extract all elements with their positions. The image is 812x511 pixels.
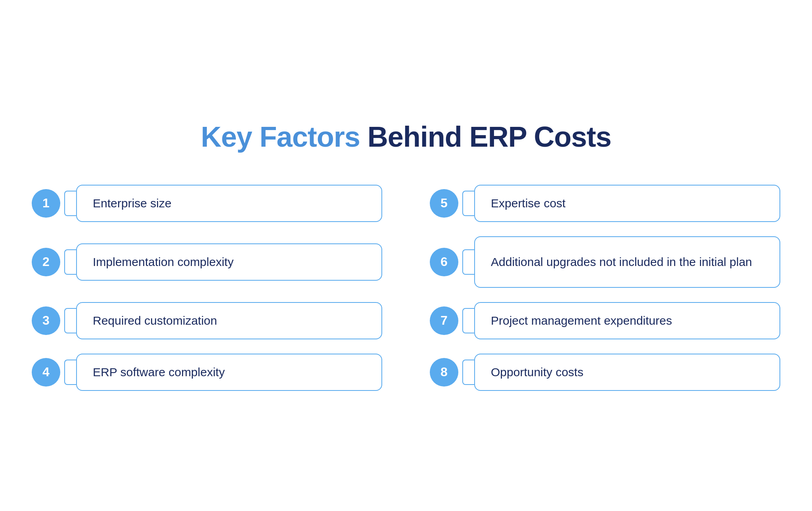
item-box-2: Implementation complexity <box>76 243 382 281</box>
list-item-7: 7Project management expenditures <box>430 302 780 339</box>
page-title: Key Factors Behind ERP Costs <box>201 121 611 153</box>
connector-1 <box>60 189 76 218</box>
list-item-1: 1Enterprise size <box>32 185 382 222</box>
connector-6 <box>458 248 474 276</box>
item-box-1: Enterprise size <box>76 185 382 222</box>
connector-2 <box>60 248 76 276</box>
list-item-4: 4ERP software complexity <box>32 354 382 391</box>
badge-6: 6 <box>430 248 458 276</box>
connector-3 <box>60 306 76 335</box>
badge-2: 2 <box>32 248 60 276</box>
badge-1: 1 <box>32 189 60 218</box>
item-box-4: ERP software complexity <box>76 354 382 391</box>
item-box-5: Expertise cost <box>474 185 780 222</box>
item-box-3: Required customization <box>76 302 382 339</box>
item-box-6: Additional upgrades not included in the … <box>474 236 780 288</box>
connector-7 <box>458 306 474 335</box>
list-item-8: 8Opportunity costs <box>430 354 780 391</box>
badge-4: 4 <box>32 358 60 387</box>
list-item-3: 3Required customization <box>32 302 382 339</box>
connector-4 <box>60 358 76 387</box>
title-highlight: Key Factors <box>201 121 360 153</box>
items-grid: 1Enterprise size5Expertise cost2Implemen… <box>32 185 780 391</box>
badge-3: 3 <box>32 306 60 335</box>
list-item-5: 5Expertise cost <box>430 185 780 222</box>
list-item-2: 2Implementation complexity <box>32 236 382 288</box>
item-box-7: Project management expenditures <box>474 302 780 339</box>
badge-5: 5 <box>430 189 458 218</box>
badge-7: 7 <box>430 306 458 335</box>
list-item-6: 6Additional upgrades not included in the… <box>430 236 780 288</box>
item-box-8: Opportunity costs <box>474 354 780 391</box>
connector-8 <box>458 358 474 387</box>
title-normal: Behind ERP Costs <box>360 121 611 153</box>
connector-5 <box>458 189 474 218</box>
badge-8: 8 <box>430 358 458 387</box>
